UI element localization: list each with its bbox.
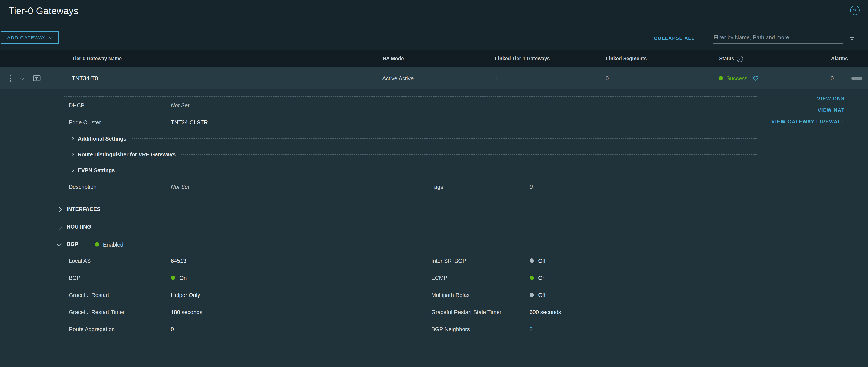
tags-value: 0: [530, 183, 532, 190]
help-icon[interactable]: ?: [850, 5, 860, 15]
field-value: 0: [171, 326, 174, 332]
status-dot: [171, 276, 175, 280]
dashed-separator: [64, 235, 757, 235]
dhcp-value: Not Set: [171, 102, 189, 108]
field-value: On: [179, 275, 187, 281]
status-dot: [530, 258, 534, 263]
field-value: Off: [538, 292, 545, 298]
header-cell-status: Status i: [711, 54, 823, 63]
filter-icon[interactable]: [848, 35, 856, 43]
bgp-row-bgp-ecmp: BGP On ECMP On: [0, 269, 868, 286]
filter-area: [713, 32, 856, 43]
row-cell-name: TNT34-T0: [64, 75, 375, 82]
row-menu-icon[interactable]: [8, 74, 12, 83]
dhcp-label: DHCP: [69, 102, 171, 108]
dashed-line: [131, 139, 757, 139]
chevron-right-icon: [56, 207, 62, 212]
column-label: Linked Tier-1 Gateways: [495, 56, 550, 61]
row-cell-ha-mode: Active Active: [375, 75, 487, 82]
bgp-section-header[interactable]: BGP Enabled: [0, 237, 868, 252]
edge-cluster-label: Edge Cluster: [69, 119, 171, 125]
header-cell-actions: [0, 54, 64, 63]
bgp-neighbors-count-link[interactable]: 2: [530, 326, 532, 332]
gateway-details-panel: VIEW DNS VIEW NAT VIEW GATEWAY FIREWALL …: [0, 89, 868, 367]
column-label: Linked Segments: [606, 56, 647, 61]
section-label: Route Distinguisher for VRF Gateways: [78, 151, 176, 157]
edge-cluster-value: TNT34-CLSTR: [171, 119, 208, 125]
status-dot: [719, 76, 723, 80]
status-text: Success: [726, 75, 747, 82]
section-label: EVPN Settings: [78, 167, 115, 173]
route-distinguisher-section[interactable]: Route Distinguisher for VRF Gateways: [0, 147, 868, 162]
view-dns-link[interactable]: VIEW DNS: [817, 96, 845, 101]
field-label: ECMP: [431, 275, 530, 281]
gateway-icon: [32, 74, 41, 83]
interfaces-section[interactable]: INTERFACES: [0, 202, 868, 217]
header-cell-linked-t1: Linked Tier-1 Gateways: [487, 54, 598, 63]
chevron-down-icon: [49, 35, 53, 39]
header-cell-alarms: Alarms: [823, 54, 868, 63]
field-value: On: [538, 275, 546, 281]
toolbar: ADD GATEWAY COLLAPSE ALL: [1, 31, 856, 43]
status-dot: [530, 276, 534, 280]
add-gateway-button[interactable]: ADD GATEWAY: [1, 31, 59, 43]
view-gateway-firewall-link[interactable]: VIEW GATEWAY FIREWALL: [772, 119, 845, 124]
field-value: Helper Only: [171, 292, 200, 298]
bgp-label: BGP: [67, 241, 78, 247]
page-header: Tier-0 Gateways ?: [0, 0, 868, 17]
collapse-all-button[interactable]: COLLAPSE ALL: [654, 35, 695, 40]
info-icon[interactable]: i: [737, 55, 743, 62]
view-links: VIEW DNS VIEW NAT VIEW GATEWAY FIREWALL: [772, 96, 845, 124]
refresh-status-icon[interactable]: [752, 75, 758, 81]
header-cell-name: Tier-0 Gateway Name: [64, 54, 375, 63]
header-cell-linked-segments: Linked Segments: [598, 54, 711, 63]
chevron-down-icon: [56, 241, 62, 246]
row-cell-linked-t1: 1: [487, 75, 598, 82]
row-expand-chevron-icon[interactable]: [20, 75, 25, 80]
tier0-gateways-page: Tier-0 Gateways ? ADD GATEWAY COLLAPSE A…: [0, 0, 868, 367]
table-header: Tier-0 Gateway Name HA Mode Linked Tier-…: [0, 50, 868, 67]
evpn-settings-section[interactable]: EVPN Settings: [0, 162, 868, 178]
chevron-right-icon: [56, 224, 62, 230]
dashed-separator: [64, 199, 757, 199]
description-row: Description Not Set Tags 0: [0, 178, 868, 195]
row-cell-alarms: 0: [823, 75, 868, 82]
ha-mode-value: Active Active: [382, 75, 413, 82]
view-nat-link[interactable]: VIEW NAT: [817, 108, 845, 113]
section-label: Additional Settings: [78, 136, 126, 142]
filter-input[interactable]: [713, 32, 843, 43]
column-label: HA Mode: [383, 56, 404, 61]
column-label: Tier-0 Gateway Name: [72, 56, 122, 61]
bgp-enabled-dot: [95, 242, 99, 246]
field-value: 64513: [171, 257, 186, 264]
bgp-row-graceful-restart: Graceful Restart Helper Only Multipath R…: [0, 286, 868, 303]
field-value: 180 seconds: [171, 309, 202, 315]
table-row: TNT34-T0 Active Active 1 0 Success 0: [0, 67, 868, 89]
description-label: Description: [69, 183, 171, 190]
column-label: Alarms: [831, 56, 848, 61]
interfaces-label: INTERFACES: [67, 206, 100, 212]
header-cell-ha-mode: HA Mode: [375, 54, 487, 63]
row-cell-linked-segments: 0: [598, 75, 711, 82]
routing-section[interactable]: ROUTING: [0, 219, 868, 235]
field-value: Off: [538, 257, 545, 264]
bgp-row-aggregation-neighbors: Route Aggregation 0 BGP Neighbors 2: [0, 320, 868, 338]
bgp-enabled-text: Enabled: [103, 241, 123, 248]
chevron-right-icon: [70, 152, 74, 157]
dashed-line: [181, 154, 757, 155]
alarm-bar-icon: [851, 77, 862, 80]
field-label: Graceful Restart: [69, 292, 171, 298]
dhcp-row: DHCP Not Set: [0, 97, 868, 114]
field-label: Route Aggregation: [69, 326, 171, 332]
add-gateway-label: ADD GATEWAY: [7, 35, 46, 40]
bgp-row-restart-timers: Graceful Restart Timer 180 seconds Grace…: [0, 303, 868, 320]
row-cell-status: Success: [711, 75, 823, 82]
gateway-name[interactable]: TNT34-T0: [72, 75, 98, 82]
field-label: Multipath Relax: [431, 292, 530, 298]
linked-tier1-count-link[interactable]: 1: [495, 75, 498, 82]
field-label: Graceful Restart Stale Timer: [431, 309, 530, 315]
status-dot: [530, 293, 534, 297]
additional-settings-section[interactable]: Additional Settings: [0, 131, 868, 147]
field-label: Inter SR iBGP: [431, 257, 530, 264]
linked-segments-count: 0: [606, 75, 609, 82]
